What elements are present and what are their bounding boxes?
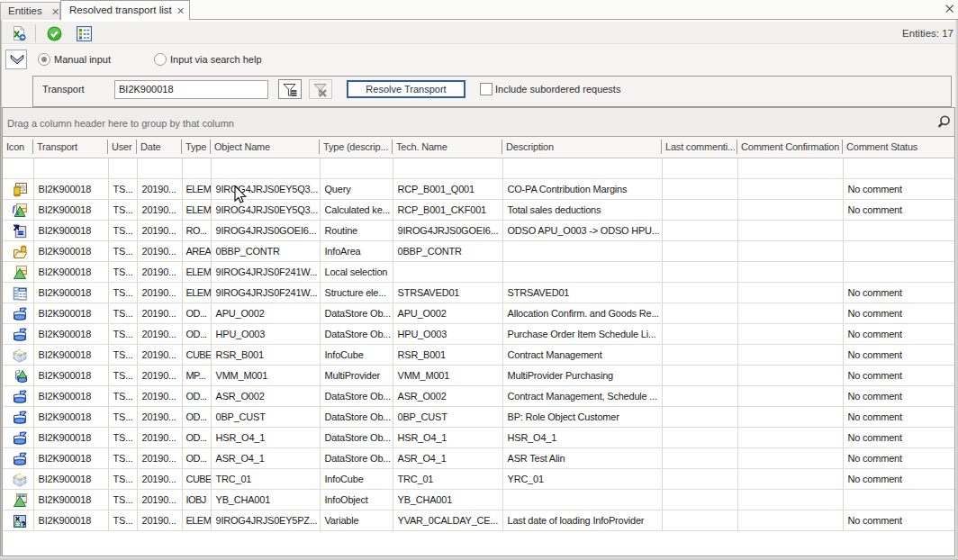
svg-text:x: x: [15, 209, 20, 217]
